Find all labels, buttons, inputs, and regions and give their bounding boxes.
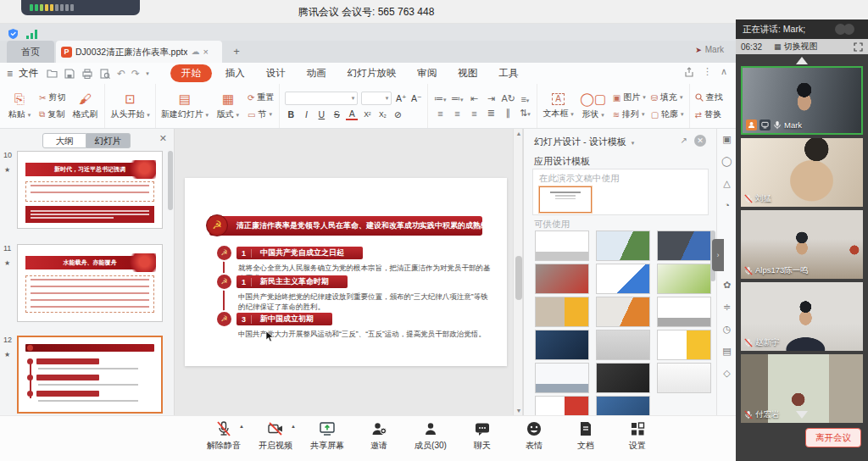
align-left-icon[interactable]: ≡	[433, 108, 447, 119]
design-template-thumb[interactable]	[596, 330, 650, 360]
outline-button[interactable]: ▢轮廓 ▾	[651, 108, 684, 120]
collapse-ribbon-icon[interactable]: ∧	[721, 66, 727, 77]
history-pane-icon[interactable]: ◷	[717, 324, 737, 335]
video-tile[interactable]: Alps173陈一鸣	[741, 210, 863, 279]
superscript-button[interactable]: X²	[361, 110, 373, 119]
video-tile-mark[interactable]: Mark	[741, 66, 863, 135]
increase-indent-icon[interactable]: ⇥	[484, 93, 498, 104]
share-screen-button[interactable]: 共享屏幕	[305, 420, 349, 452]
hamburger-icon[interactable]: ≡	[7, 68, 13, 80]
reset-button[interactable]: ⟳重置	[248, 92, 274, 103]
invite-button[interactable]: 邀请	[357, 420, 401, 452]
slide-title-banner[interactable]: ☭ 清正廉洁作表率是党领导人民在革命、建设和改革成功实践中积累的成熟经验	[209, 216, 482, 236]
slides-panel-scrollbar[interactable]	[168, 151, 173, 210]
shapes-pane-icon[interactable]: ◯	[717, 156, 737, 167]
align-objects-icon[interactable]: ⇅▾	[518, 108, 531, 119]
leave-meeting-button[interactable]: 离开会议	[805, 428, 861, 447]
members-button[interactable]: 成员(30)	[409, 420, 453, 452]
chat-button[interactable]: 聊天	[460, 420, 504, 452]
strikethrough-button[interactable]: S	[331, 109, 342, 119]
columns-icon[interactable]: ∥	[501, 108, 515, 119]
print-preview-icon[interactable]	[99, 68, 111, 80]
menu-start[interactable]: 开始	[170, 64, 212, 82]
justify-icon[interactable]: ≣	[484, 108, 498, 119]
video-tile[interactable]: 赵新宇	[741, 282, 863, 351]
expand-panel-icon[interactable]: ↗	[681, 136, 687, 145]
slide-item-heading[interactable]: 3新中国成立初期	[236, 313, 332, 325]
redo-icon[interactable]: ↷	[131, 68, 140, 80]
menu-file[interactable]: 文件	[19, 67, 38, 80]
tab-home[interactable]: 首页	[7, 41, 54, 63]
menu-insert[interactable]: 插入	[218, 65, 253, 81]
menu-slideshow[interactable]: 幻灯片放映	[340, 65, 404, 81]
replace-button[interactable]: ⇄替换	[695, 108, 723, 120]
new-slide-button[interactable]: ▤新建幻灯片 ▾	[161, 92, 209, 120]
undo-icon[interactable]: ↶	[117, 68, 125, 80]
start-video-button[interactable]: 开启视频 ▲	[253, 420, 298, 452]
properties-pane-icon[interactable]: ≑	[717, 302, 737, 313]
close-tab-icon[interactable]: ×	[203, 41, 208, 63]
text-direction-icon[interactable]: A↻	[501, 93, 515, 104]
numbered-list-icon[interactable]: ≕▾	[450, 93, 464, 104]
play-from-start-button[interactable]: ⊡从头开始 ▾	[110, 92, 149, 120]
fullscreen-icon[interactable]	[854, 42, 863, 52]
design-template-thumb[interactable]	[535, 230, 589, 261]
decrease-indent-icon[interactable]: ⇤	[467, 93, 481, 104]
slide-thumbnail-12-selected[interactable]	[17, 336, 163, 414]
menu-design[interactable]: 设计	[259, 65, 293, 81]
fill-button[interactable]: ⛁填充 ▾	[651, 92, 684, 103]
close-panel-icon[interactable]: ✕	[159, 133, 167, 144]
design-template-thumb[interactable]	[535, 363, 589, 393]
shapes-button[interactable]: ◯▢形状 ▾	[579, 92, 608, 120]
menu-view[interactable]: 视图	[450, 65, 485, 81]
slide-item-body[interactable]: 中国共产党大力开展整风运动和“三反”、“五反”运动，提高党员干部政治觉悟。	[238, 329, 491, 339]
menu-animation[interactable]: 动画	[299, 65, 334, 81]
format-painter-button[interactable]: 🖌格式刷	[70, 92, 99, 120]
scrollbar-thumb[interactable]	[515, 256, 522, 300]
section-button[interactable]: ▭节 ▾	[248, 108, 274, 120]
transition-pane-icon[interactable]: ◔	[717, 200, 737, 210]
video-tile[interactable]: 刘猛	[741, 138, 863, 207]
design-template-thumb[interactable]	[657, 297, 711, 327]
scroll-videos-down[interactable]	[796, 411, 808, 419]
design-template-thumb[interactable]	[535, 264, 589, 294]
slide-item-heading[interactable]: 1中国共产党自成立之日起	[236, 247, 363, 259]
canvas-scrollbar[interactable]: ▲ ▼	[513, 129, 523, 415]
tab-outline[interactable]: 大纲	[42, 133, 86, 148]
effects-pane-icon[interactable]: ✿	[717, 280, 737, 291]
new-tab-button[interactable]: +	[229, 44, 244, 59]
design-template-thumb[interactable]	[535, 330, 589, 360]
tab-slides[interactable]: 幻灯片	[86, 133, 131, 148]
design-template-thumb[interactable]	[657, 363, 711, 393]
design-template-thumb[interactable]	[657, 264, 711, 294]
color-scheme-icon[interactable]: △	[717, 178, 737, 189]
design-template-thumb[interactable]	[596, 363, 650, 393]
quickbar-more-icon[interactable]: ▾	[146, 70, 149, 77]
settings-button[interactable]: 设置	[615, 420, 659, 452]
clear-format-icon[interactable]: ⊘	[392, 109, 403, 119]
share-icon[interactable]	[684, 67, 694, 77]
copy-button[interactable]: ⧉复制	[39, 108, 65, 120]
arrange-button[interactable]: ≋排列 ▾	[613, 108, 646, 120]
switch-view-button[interactable]: ▦切换视图	[774, 41, 818, 53]
caret-up-icon[interactable]: ▲	[291, 424, 296, 429]
slide-thumbnail-10[interactable]: 新时代，习近平总书记强调	[17, 151, 163, 229]
tab-document[interactable]: P DJ0032清正廉洁作表率.pptx ☁ ×	[56, 41, 222, 63]
collapse-icon[interactable]: ▣	[717, 134, 737, 145]
panel-handle[interactable]: ›	[712, 239, 724, 271]
menu-tools[interactable]: 工具	[491, 65, 526, 81]
subscript-button[interactable]: X₂	[376, 110, 388, 119]
more-menu-icon[interactable]: ⋮	[703, 66, 712, 77]
slide-thumbnail-11[interactable]: 水能载舟、亦能覆舟	[17, 244, 163, 322]
bold-button[interactable]: B	[285, 109, 297, 119]
align-right-icon[interactable]: ≡	[467, 108, 481, 119]
slide-item-body[interactable]: 中国共产党始终把党的纪律建设放到重要位置，颁布的“三大纪律八项注意”等铁的纪律保…	[238, 292, 491, 313]
design-template-thumb[interactable]	[657, 230, 711, 261]
slide-canvas[interactable]: ☭ 清正廉洁作表率是党领导人民在革命、建设和改革成功实践中积累的成熟经验 ☭ 1…	[175, 129, 513, 415]
font-family-select[interactable]: ▾	[285, 92, 358, 105]
current-slide[interactable]: ☭ 清正廉洁作表率是党领导人民在革命、建设和改革成功实践中积累的成熟经验 ☭ 1…	[185, 178, 507, 366]
scroll-videos-up[interactable]	[796, 57, 808, 64]
design-template-thumb[interactable]	[596, 230, 650, 261]
cut-button[interactable]: ✂剪切	[39, 92, 65, 103]
font-color-button[interactable]: A	[346, 108, 358, 120]
